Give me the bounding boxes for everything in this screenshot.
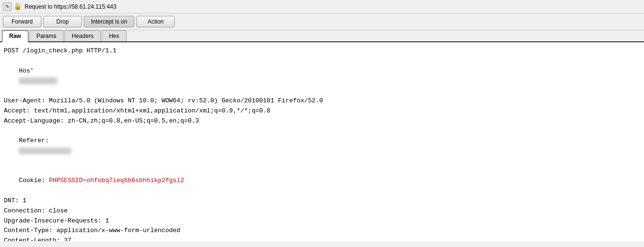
drop-button[interactable]: Drop: [43, 16, 82, 27]
request-line-11: Content-Type: application/x-www-form-url…: [4, 226, 640, 236]
lock-icon: 🔒: [13, 2, 22, 11]
request-line-9: Connection: close: [4, 206, 640, 216]
cookie-prefix: Cookie:: [19, 177, 49, 184]
action-button[interactable]: Action: [136, 16, 175, 27]
tab-params[interactable]: Params: [29, 30, 64, 41]
request-content: POST /login_check.php HTTP/1.1 Hos' User…: [0, 42, 644, 241]
tab-bar: Raw Params Headers Hex: [0, 30, 644, 42]
request-line-1: POST /login_check.php HTTP/1.1: [4, 46, 640, 56]
tab-headers[interactable]: Headers: [64, 30, 101, 41]
request-line-4: Accept: text/html,application/xhtml+xml,…: [4, 106, 640, 116]
request-line-7: Cookie: PHPSESSID=ohfobq7ieq6h6sbhhikp2f…: [4, 166, 640, 196]
host-value-blurred: [19, 77, 57, 84]
edit-icon: ✎: [3, 2, 12, 11]
request-line-5: Accept-Language: zh-CN,zh;q=0.8,en-US;q=…: [4, 116, 640, 126]
toolbar: Forward Drop Intercept is on Action: [0, 13, 644, 30]
referer-prefix: Referer:: [19, 137, 52, 144]
host-prefix: Hos': [19, 67, 34, 74]
request-line-6: Referer:: [4, 126, 640, 166]
title-bar-icons: ✎ 🔒: [3, 2, 22, 11]
request-line-2: Hos': [4, 56, 640, 96]
tab-hex[interactable]: Hex: [102, 30, 126, 41]
referer-value-blurred: [19, 148, 71, 154]
cookie-value: PHPSESSID=ohfobq7ieq6h6sbhhikp2fgsl2: [49, 177, 184, 184]
request-line-3: User-Agent: Mozilla/5.0 (Windows NT 10.0…: [4, 96, 640, 106]
forward-button[interactable]: Forward: [3, 16, 41, 27]
request-line-8: DNT: 1: [4, 196, 640, 206]
request-line-12: Content-Length: 37: [4, 236, 640, 241]
title-text: Request to https://58.61.24.115:443: [25, 3, 116, 10]
request-line-10: Upgrade-Insecure-Requests: 1: [4, 216, 640, 226]
intercept-button[interactable]: Intercept is on: [84, 16, 134, 27]
tab-raw[interactable]: Raw: [2, 30, 28, 42]
title-bar: ✎ 🔒 Request to https://58.61.24.115:443: [0, 0, 644, 13]
